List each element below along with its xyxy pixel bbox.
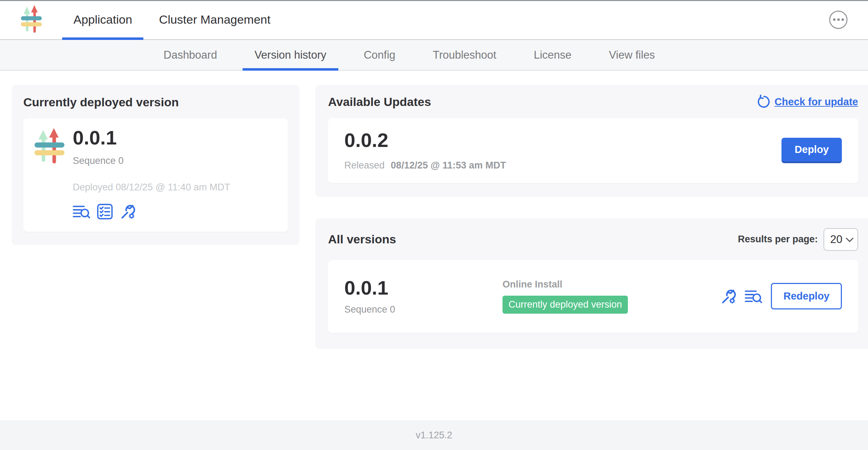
deploy-button[interactable]: Deploy [781,138,842,163]
header-spacer [284,0,829,39]
page-footer: v1.125.2 [0,420,868,450]
subtab-version-history[interactable]: Version history [249,40,332,70]
update-version: 0.0.2 [344,130,506,151]
config-wrench-icon[interactable] [119,203,136,220]
all-versions-title: All versions [328,232,396,246]
subtab-troubleshoot[interactable]: Troubleshoot [427,40,502,70]
tab-cluster-management[interactable]: Cluster Management [145,0,284,39]
app-subnav: Dashboard Version history Config Trouble… [0,40,868,71]
subtab-license[interactable]: License [528,40,577,70]
results-per-page-select[interactable]: 20 [824,228,858,251]
app-logo [20,0,43,39]
check-for-update-link[interactable]: Check for update [756,95,858,109]
ellipsis-menu-icon[interactable] [829,11,848,29]
tab-application[interactable]: Application [60,0,145,39]
currently-deployed-panel: Currently deployed version 0.0.1 Sequenc… [12,85,299,245]
available-update-row: 0.0.2 Released 08/12/25 @ 11:53 am MDT D… [328,118,858,183]
check-for-update-label: Check for update [774,96,858,108]
log-search-icon[interactable] [73,204,90,219]
currently-deployed-title: Currently deployed version [23,95,288,109]
preflight-checklist-icon[interactable] [97,203,113,220]
window-top-edge [0,0,868,1]
log-search-icon[interactable] [745,289,762,304]
app-logo-icon [20,5,43,35]
subtab-view-files[interactable]: View files [603,40,660,70]
redeploy-button[interactable]: Redeploy [771,283,842,309]
row-version: 0.0.1 [344,278,503,298]
update-released-line: Released 08/12/25 @ 11:53 am MDT [344,160,506,171]
available-updates-panel: Available Updates Check for update 0.0.2… [315,85,868,197]
tab-cluster-management-label: Cluster Management [159,13,270,26]
currently-deployed-card: 0.0.1 Sequence 0 Deployed 08/12/25 @ 11:… [23,118,288,232]
deployed-action-icons [73,203,230,220]
subtab-config[interactable]: Config [358,40,401,70]
currently-deployed-badge: Currently deployed version [503,296,628,314]
right-column: Available Updates Check for update 0.0.2… [315,85,868,349]
main-content: Currently deployed version 0.0.1 Sequenc… [0,85,868,349]
deployed-version: 0.0.1 [73,128,230,148]
all-versions-panel: All versions Results per page: 20 0 [315,218,868,349]
config-wrench-icon[interactable] [720,288,736,304]
row-sequence: Sequence 0 [344,304,503,315]
results-per-page-label: Results per page: [738,234,818,245]
version-row: 0.0.1 Sequence 0 Online Install Currentl… [328,260,858,333]
app-header: Application Cluster Management [0,0,868,40]
subtab-troubleshoot-label: Troubleshoot [433,49,497,61]
subtab-license-label: License [534,49,571,61]
deployed-sequence: Sequence 0 [73,155,230,166]
available-updates-title: Available Updates [328,95,431,109]
subtab-dashboard-label: Dashboard [164,49,217,61]
released-timestamp: 08/12/25 @ 11:53 am MDT [391,160,506,171]
subtab-dashboard[interactable]: Dashboard [158,40,223,70]
console-version: v1.125.2 [416,430,452,441]
subtab-version-history-label: Version history [255,49,326,61]
refresh-icon [756,95,770,109]
deployed-info: 0.0.1 Sequence 0 Deployed 08/12/25 @ 11:… [73,128,230,220]
subtab-view-files-label: View files [609,49,655,61]
top-navigation: Application Cluster Management [60,0,284,39]
install-type: Online Install [503,279,628,290]
subtab-config-label: Config [364,49,396,61]
tab-application-label: Application [73,13,132,26]
released-prefix: Released [344,160,385,171]
deployed-timestamp: Deployed 08/12/25 @ 11:40 am MDT [73,182,230,193]
results-per-page: Results per page: 20 [738,228,858,251]
app-logo-icon [34,128,66,220]
